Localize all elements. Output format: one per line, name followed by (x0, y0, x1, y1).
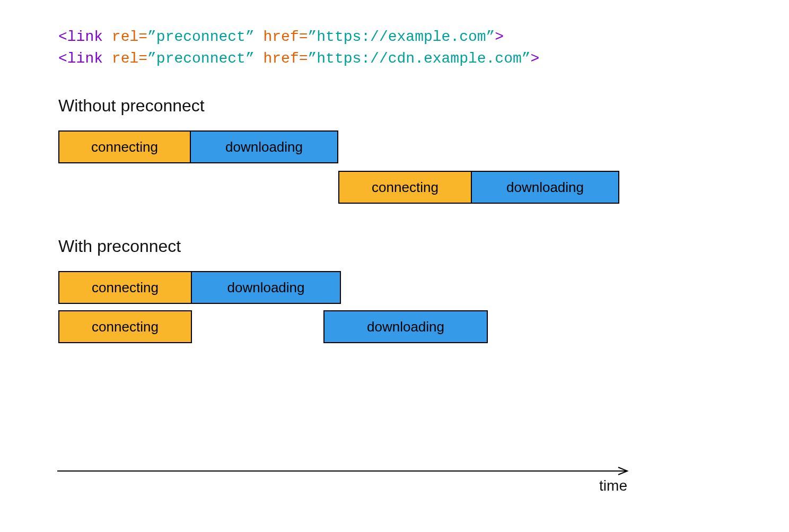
code-line-1: <link rel=”preconnect” href=”https://exa… (58, 27, 789, 48)
section-title-without: Without preconnect (58, 96, 789, 116)
code-token: ”https://cdn.example.com” (308, 50, 531, 67)
timeline-row: connecting downloading (58, 130, 620, 167)
timeline-without: connecting downloading connecting downlo… (58, 130, 620, 207)
section-with-preconnect: With preconnect connecting downloading c… (58, 237, 789, 346)
timeline-with: connecting downloading connecting downlo… (58, 271, 620, 346)
code-token: rel= (112, 29, 147, 45)
code-snippet: <link rel=”preconnect” href=”https://exa… (58, 27, 789, 69)
bar-downloading: downloading (323, 310, 488, 343)
code-token: rel= (112, 50, 147, 67)
bar-downloading: downloading (471, 171, 619, 204)
bar-connecting: connecting (58, 310, 192, 343)
code-token: href= (263, 29, 308, 45)
timeline-row: connecting downloading (58, 310, 620, 346)
bar-connecting: connecting (58, 271, 192, 304)
timeline-row: connecting downloading (58, 271, 620, 307)
bar-downloading: downloading (191, 271, 341, 304)
code-token: > (531, 50, 540, 67)
time-axis: time (57, 467, 633, 477)
axis-label: time (599, 477, 627, 494)
section-title-with: With preconnect (58, 237, 789, 256)
code-token: ”preconnect” (147, 50, 263, 67)
section-without-preconnect: Without preconnect connecting downloadin… (58, 96, 789, 207)
code-token: href= (263, 50, 308, 67)
bar-downloading: downloading (190, 130, 338, 163)
bar-connecting: connecting (338, 171, 472, 204)
code-token: > (495, 29, 504, 45)
code-token: <link (58, 50, 112, 67)
arrow-right-icon (57, 467, 633, 477)
code-token: <link (58, 29, 112, 45)
bar-connecting: connecting (58, 130, 191, 163)
code-token: ”preconnect” (147, 29, 263, 45)
code-line-2: <link rel=”preconnect” href=”https://cdn… (58, 48, 789, 70)
timeline-row: connecting downloading (58, 171, 620, 207)
code-token: ”https://example.com” (308, 29, 495, 45)
